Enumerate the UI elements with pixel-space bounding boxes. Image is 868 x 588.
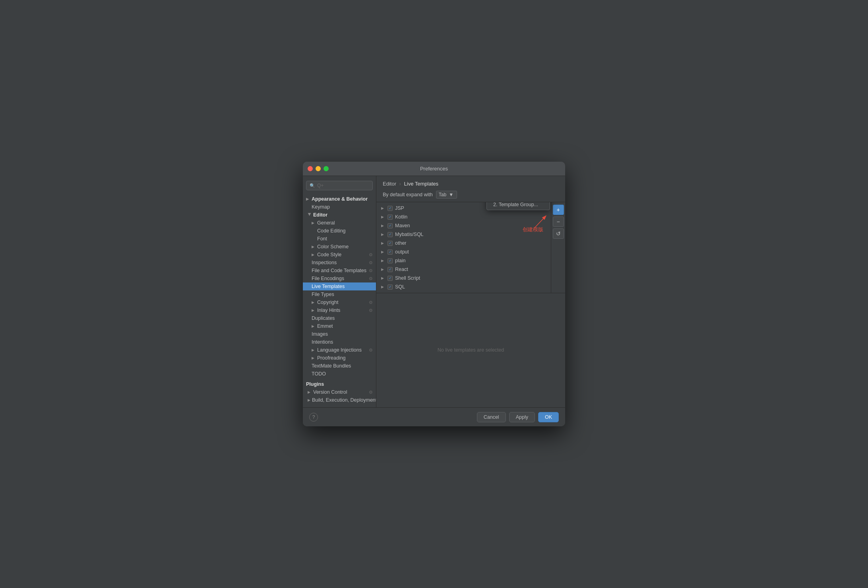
chevron-icon: ▶ bbox=[306, 197, 310, 201]
minimize-button[interactable] bbox=[316, 166, 321, 171]
question-mark-icon: ? bbox=[312, 414, 315, 420]
cancel-button[interactable]: Cancel bbox=[477, 412, 506, 422]
chevron-icon: ▶ bbox=[381, 259, 385, 263]
sidebar-item-file-code-templates[interactable]: File and Code Templates ⚙ bbox=[303, 267, 376, 275]
sidebar-item-label: Language Injections bbox=[317, 347, 362, 353]
template-group-output[interactable]: ▶ output bbox=[376, 248, 551, 256]
chevron-icon: ▶ bbox=[381, 224, 385, 228]
template-group-plain[interactable]: ▶ plain bbox=[376, 256, 551, 265]
apply-button[interactable]: Apply bbox=[509, 412, 535, 422]
traffic-lights bbox=[308, 166, 329, 171]
template-group-shell[interactable]: ▶ Shell Script bbox=[376, 274, 551, 282]
sidebar-item-duplicates[interactable]: Duplicates bbox=[303, 314, 376, 322]
sidebar-item-build[interactable]: ▶ Build, Execution, Deployment bbox=[303, 396, 376, 404]
dropdown-arrow-icon: ▼ bbox=[449, 192, 453, 197]
checkbox-jsp[interactable] bbox=[388, 206, 393, 211]
template-group-sql[interactable]: ▶ SQL bbox=[376, 282, 551, 291]
checkbox-kotlin[interactable] bbox=[388, 215, 393, 220]
sidebar-item-editor[interactable]: ▶ Editor bbox=[303, 211, 376, 219]
chevron-icon: ▶ bbox=[308, 398, 310, 402]
breadcrumb: Editor › Live Templates bbox=[383, 181, 559, 187]
sidebar-item-label: Color Scheme bbox=[317, 244, 349, 250]
close-button[interactable] bbox=[308, 166, 313, 171]
sidebar-item-code-style[interactable]: ▶ Code Style ⚙ bbox=[303, 251, 376, 259]
help-button[interactable]: ? bbox=[309, 413, 318, 422]
chevron-icon: ▶ bbox=[381, 285, 385, 289]
template-group-kotlin[interactable]: ▶ Kotlin bbox=[376, 213, 551, 221]
template-list: ▶ JSP ▶ Kotlin ▶ Maven bbox=[376, 202, 551, 293]
checkbox-output[interactable] bbox=[388, 250, 393, 255]
template-group-other[interactable]: ▶ other bbox=[376, 239, 551, 248]
sidebar-item-code-editing[interactable]: Code Editing bbox=[303, 227, 376, 235]
sidebar-item-version-control[interactable]: ▶ Version Control ⚙ bbox=[303, 388, 376, 396]
sidebar-item-file-types[interactable]: File Types bbox=[303, 290, 376, 298]
sidebar-item-copyright[interactable]: ▶ Copyright ⚙ bbox=[303, 298, 376, 306]
chevron-icon: ▶ bbox=[381, 232, 385, 236]
sidebar-item-proofreading[interactable]: ▶ Proofreading bbox=[303, 354, 376, 362]
checkbox-sql[interactable] bbox=[388, 284, 393, 290]
expand-setting: By default expand with Tab ▼ bbox=[383, 191, 559, 199]
breadcrumb-separator: › bbox=[399, 181, 401, 187]
template-group-label: Mybatis/SQL bbox=[395, 232, 424, 237]
template-group-react[interactable]: ▶ React bbox=[376, 265, 551, 274]
sidebar-item-label: Appearance & Behavior bbox=[312, 196, 368, 202]
template-group-surround[interactable]: ▶ surround bbox=[376, 291, 551, 293]
template-group-label: SQL bbox=[395, 284, 405, 290]
sidebar-item-label: Keymap bbox=[312, 204, 330, 210]
sidebar-item-color-scheme[interactable]: ▶ Color Scheme bbox=[303, 243, 376, 251]
sidebar-item-live-templates[interactable]: Live Templates bbox=[303, 282, 376, 290]
template-group-maven[interactable]: ▶ Maven bbox=[376, 221, 551, 230]
sidebar-item-label: General bbox=[317, 220, 335, 226]
sidebar-item-keymap[interactable]: Keymap bbox=[303, 203, 376, 211]
chevron-icon: ▶ bbox=[312, 356, 316, 360]
sidebar-item-label: TextMate Bundles bbox=[312, 363, 351, 369]
sidebar-item-plugins[interactable]: Plugins bbox=[303, 380, 376, 388]
empty-state-label: No live templates are selected bbox=[438, 347, 504, 353]
sidebar-item-label: Build, Execution, Deployment bbox=[312, 397, 376, 403]
sidebar-item-label: Editor bbox=[313, 212, 327, 218]
reset-button[interactable]: ↺ bbox=[553, 228, 564, 239]
expand-value: Tab bbox=[439, 192, 446, 197]
gear-icon: ⚙ bbox=[369, 260, 373, 265]
minus-icon: − bbox=[556, 219, 560, 225]
sidebar-item-appearance[interactable]: ▶ Appearance & Behavior bbox=[303, 195, 376, 203]
sidebar-item-textmate[interactable]: TextMate Bundles bbox=[303, 362, 376, 370]
chevron-icon: ▶ bbox=[308, 390, 312, 394]
chevron-icon: ▶ bbox=[312, 253, 316, 257]
sidebar-item-font[interactable]: Font bbox=[303, 235, 376, 243]
maximize-button[interactable] bbox=[324, 166, 329, 171]
sidebar-item-intentions[interactable]: Intentions bbox=[303, 338, 376, 346]
sidebar-item-inspections[interactable]: Inspections ⚙ bbox=[303, 259, 376, 267]
template-group-mybatis[interactable]: ▶ Mybatis/SQL bbox=[376, 230, 551, 239]
checkbox-other[interactable] bbox=[388, 241, 393, 246]
ok-button[interactable]: OK bbox=[538, 412, 559, 422]
add-button[interactable]: + bbox=[553, 205, 564, 215]
dropdown-item-template-group[interactable]: 2. Template Group... bbox=[487, 202, 550, 210]
checkbox-shell[interactable] bbox=[388, 276, 393, 281]
sidebar-item-emmet[interactable]: ▶ Emmet bbox=[303, 322, 376, 330]
sidebar-item-general[interactable]: ▶ General bbox=[303, 219, 376, 227]
chevron-icon: ▶ bbox=[381, 215, 385, 219]
checkbox-mybatis[interactable] bbox=[388, 232, 393, 237]
remove-button[interactable]: − bbox=[553, 217, 564, 227]
gear-icon: ⚙ bbox=[369, 268, 373, 273]
expand-dropdown[interactable]: Tab ▼ bbox=[436, 191, 457, 199]
window-title: Preferences bbox=[420, 166, 448, 172]
sidebar-item-label: File Encodings bbox=[312, 276, 344, 281]
breadcrumb-parent: Editor bbox=[383, 181, 396, 187]
checkbox-maven[interactable] bbox=[388, 223, 393, 228]
sidebar-item-images[interactable]: Images bbox=[303, 330, 376, 338]
chevron-icon: ▶ bbox=[312, 300, 316, 304]
checkbox-react[interactable] bbox=[388, 267, 393, 272]
chevron-icon: ▶ bbox=[381, 241, 385, 245]
sidebar-item-label: Duplicates bbox=[312, 315, 335, 321]
sidebar-item-label: Font bbox=[317, 236, 327, 242]
sidebar-item-todo[interactable]: TODO bbox=[303, 370, 376, 378]
sidebar-item-inlay-hints[interactable]: ▶ Inlay Hints ⚙ bbox=[303, 306, 376, 314]
checkbox-plain[interactable] bbox=[388, 258, 393, 263]
sidebar-item-language-injections[interactable]: ▶ Language Injections ⚙ bbox=[303, 346, 376, 354]
sidebar: 🔍 Q+ ▶ Appearance & Behavior Keymap ▶ Ed… bbox=[303, 176, 376, 407]
search-box[interactable]: 🔍 Q+ bbox=[306, 181, 373, 190]
sidebar-item-file-encodings[interactable]: File Encodings ⚙ bbox=[303, 275, 376, 282]
gear-icon: ⚙ bbox=[369, 300, 373, 305]
